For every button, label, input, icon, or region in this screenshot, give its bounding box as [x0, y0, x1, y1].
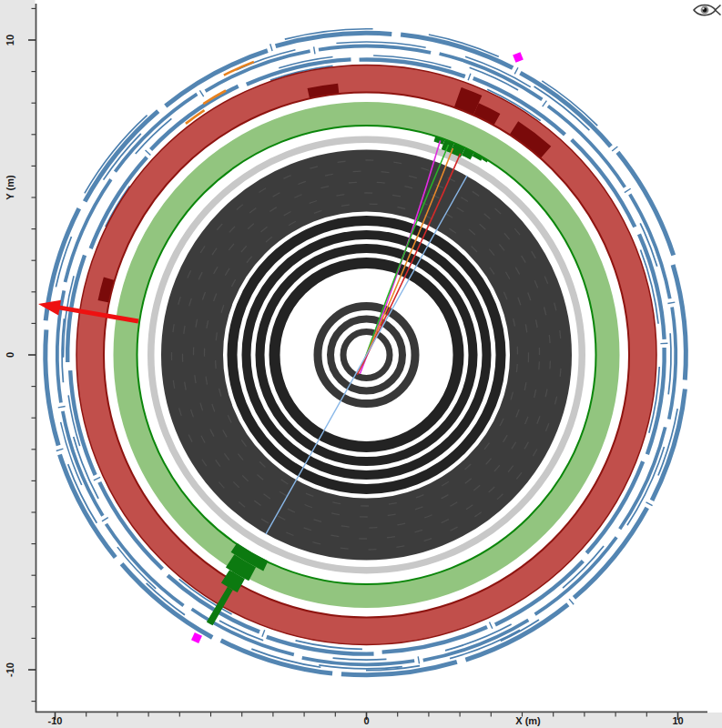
- event-display-window: -10010100-10 X (m) Y (m): [0, 0, 722, 728]
- x-tick-label: 10: [672, 715, 683, 726]
- x-axis-title: X (m): [515, 715, 541, 726]
- event-display-canvas[interactable]: -10010100-10 X (m) Y (m): [0, 0, 722, 728]
- bottom-margin: [0, 713, 722, 728]
- left-margin: [0, 0, 36, 728]
- x-tick-label: -10: [48, 715, 63, 726]
- x-tick-label: 0: [363, 715, 369, 726]
- y-axis-title: Y (m): [5, 175, 15, 200]
- y-tick-label: -10: [5, 662, 15, 677]
- eye-highlight: [703, 7, 705, 9]
- y-tick-label: 0: [5, 352, 15, 358]
- y-tick-label: 10: [5, 35, 15, 46]
